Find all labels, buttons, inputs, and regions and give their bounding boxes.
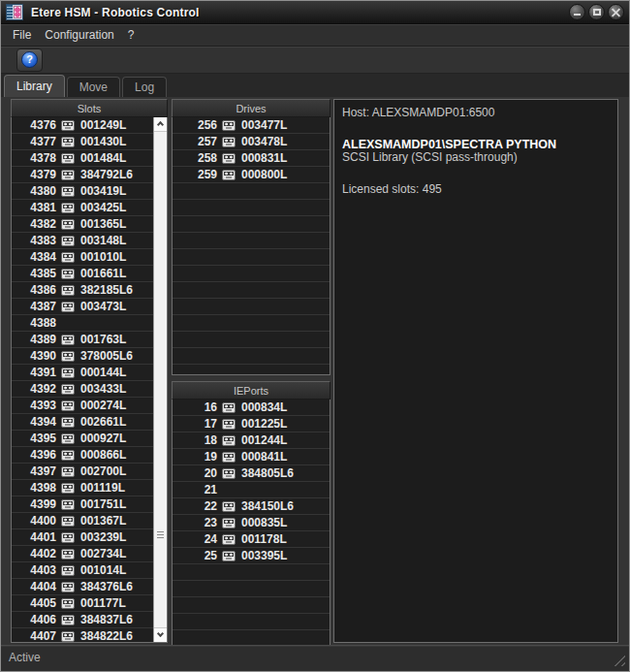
ieport-row[interactable]: 24 001178L [173, 531, 330, 548]
media-barcode-label: 001661L [80, 267, 126, 280]
slot-row[interactable]: 4400 001367L [12, 513, 167, 529]
media-barcode-label: 003433L [80, 382, 126, 396]
ieport-row[interactable]: 21 [173, 482, 330, 498]
ieport-row[interactable]: 19 000841L [173, 449, 330, 465]
slot-row[interactable]: 4387 003473L [12, 299, 167, 315]
slot-row[interactable]: 4392 003433L [12, 381, 167, 398]
slot-row[interactable]: 4376 001249L [12, 117, 167, 134]
drive-row[interactable]: 258 000831L [173, 150, 330, 167]
slot-row[interactable]: 4394 002661L [12, 414, 167, 431]
close-button[interactable] [608, 4, 624, 20]
tape-cartridge-icon [61, 450, 75, 461]
ieport-row[interactable]: 16 000834L [173, 400, 330, 416]
slot-number: 4388 [12, 316, 56, 330]
slot-row[interactable]: 4396 000866L [12, 447, 167, 464]
drive-row[interactable] [173, 282, 330, 299]
slot-row[interactable]: 4407 384822L6 [12, 628, 167, 643]
tape-cartridge-icon [61, 153, 75, 164]
media-barcode-label: 002661L [80, 415, 126, 429]
ieport-row[interactable]: 18 001244L [173, 432, 330, 449]
ieport-row[interactable] [173, 581, 330, 597]
ieport-row[interactable]: 17 001225L [173, 416, 330, 432]
slot-number: 4378 [12, 151, 56, 165]
drives-panel: Drives 256 003477L 257 003478L [172, 99, 331, 375]
ieport-row[interactable]: 25 003395L [173, 548, 330, 564]
slot-row[interactable]: 4395 000927L [12, 431, 167, 447]
menu-file[interactable]: File [6, 26, 38, 44]
drive-row[interactable] [173, 200, 330, 216]
drive-row[interactable] [173, 348, 330, 365]
drive-row[interactable] [173, 365, 330, 375]
tape-cartridge-icon [222, 534, 236, 545]
tab-library[interactable]: Library [4, 75, 65, 97]
slot-row[interactable]: 4404 384376L6 [12, 579, 167, 595]
ieport-row[interactable]: 20 384805L6 [173, 465, 330, 482]
menu-help[interactable]: ? [121, 26, 142, 44]
slot-row[interactable]: 4383 003148L [12, 233, 167, 249]
slot-row[interactable]: 4384 001010L [12, 249, 167, 266]
slot-row[interactable]: 4382 001365L [12, 216, 167, 233]
tape-cartridge-icon [222, 551, 236, 561]
drive-row[interactable] [173, 249, 330, 266]
ieport-row[interactable]: 22 384150L6 [173, 498, 330, 515]
media-barcode-label: 000866L [80, 448, 126, 462]
slot-row[interactable]: 4403 001014L [12, 562, 167, 579]
tab-log[interactable]: Log [122, 77, 167, 97]
drive-row[interactable] [173, 332, 330, 348]
slot-row[interactable]: 4386 382185L6 [12, 282, 167, 299]
drive-row[interactable]: 256 003477L [173, 117, 330, 134]
ieport-row[interactable] [173, 564, 330, 581]
drive-row[interactable] [173, 216, 330, 233]
resize-grip-icon[interactable] [613, 654, 625, 666]
slot-row[interactable]: 4388 [12, 315, 167, 332]
slot-row[interactable]: 4377 001430L [12, 134, 167, 150]
slot-row[interactable]: 4397 002700L [12, 464, 167, 480]
ieport-number: 17 [173, 417, 217, 431]
slot-number: 4380 [12, 184, 56, 198]
ieport-row[interactable] [173, 597, 330, 614]
menu-configuration[interactable]: Configuration [38, 26, 120, 44]
slot-row[interactable]: 4378 001484L [12, 150, 167, 167]
slots-scrollbar[interactable] [153, 117, 167, 642]
slot-row[interactable]: 4389 001763L [12, 332, 167, 348]
slot-row[interactable]: 4380 003419L [12, 183, 167, 200]
drive-row[interactable]: 259 000800L [173, 167, 330, 183]
slot-row[interactable]: 4406 384837L6 [12, 612, 167, 628]
slot-row[interactable]: 4379 384792L6 [12, 167, 167, 183]
media-barcode-label: 003478L [241, 135, 287, 148]
scroll-down-button[interactable] [154, 627, 167, 642]
slot-row[interactable]: 4390 378005L6 [12, 348, 167, 365]
maximize-button[interactable] [588, 4, 605, 20]
slot-row[interactable]: 4381 003425L [12, 200, 167, 216]
drive-row[interactable]: 257 003478L [173, 134, 330, 150]
scroll-thumb-grip[interactable] [154, 531, 167, 538]
drive-row[interactable] [173, 266, 330, 282]
slot-row[interactable]: 4405 001177L [12, 595, 167, 612]
drive-row[interactable] [173, 315, 330, 332]
media-barcode-label: 003473L [80, 300, 126, 313]
minimize-button[interactable] [569, 4, 585, 20]
slot-number: 4399 [12, 497, 56, 511]
tape-cartridge-icon [61, 483, 75, 494]
scroll-up-button[interactable] [154, 117, 167, 132]
slot-row[interactable]: 4399 001751L [12, 496, 167, 513]
drive-row[interactable] [173, 183, 330, 200]
slot-row[interactable]: 4402 002734L [12, 546, 167, 562]
scroll-track[interactable] [154, 132, 167, 627]
tab-move[interactable]: Move [67, 77, 120, 97]
drive-row[interactable] [173, 299, 330, 315]
help-button[interactable]: ? [16, 48, 43, 72]
media-barcode-label: 384792L6 [80, 168, 133, 181]
slot-row[interactable]: 4401 003239L [12, 529, 167, 546]
slot-row[interactable]: 4385 001661L [12, 266, 167, 282]
slot-row[interactable]: 4393 000274L [12, 398, 167, 414]
slot-row[interactable]: 4398 001119L [12, 480, 167, 496]
library-type: SCSI Library (SCSI pass-through) [342, 151, 610, 164]
slot-row[interactable]: 4391 000144L [12, 365, 167, 381]
ieport-row[interactable] [173, 614, 330, 630]
media-barcode-label: 384376L6 [80, 580, 133, 593]
drive-row[interactable] [173, 233, 330, 249]
slot-number: 4405 [12, 596, 56, 610]
ieport-row[interactable]: 23 000835L [173, 515, 330, 531]
slot-number: 4377 [12, 135, 56, 148]
